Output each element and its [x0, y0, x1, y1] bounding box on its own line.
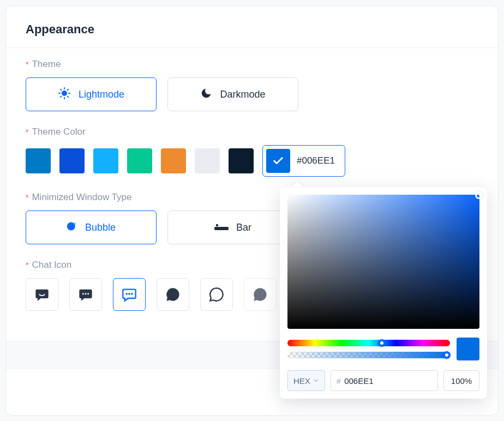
hash-prefix: # [337, 376, 341, 386]
check-icon [266, 149, 290, 173]
chat-icon-option-0[interactable] [26, 278, 58, 311]
theme-option-label: Lightmode [79, 89, 124, 100]
alpha-value: 100% [451, 376, 472, 386]
chat-icon-option-5[interactable] [244, 278, 277, 311]
svg-line-3 [61, 89, 61, 89]
color-picker-popover: HEX # 100% [280, 187, 487, 399]
required-asterisk: * [26, 128, 28, 136]
hue-slider[interactable] [287, 340, 450, 346]
alpha-thumb[interactable] [443, 351, 451, 359]
required-asterisk: * [26, 193, 28, 202]
chat-icon-option-2[interactable] [113, 278, 146, 311]
required-asterisk: * [26, 261, 28, 269]
hue-thumb[interactable] [378, 339, 386, 347]
chat-icon-option-3[interactable] [157, 278, 189, 311]
saturation-cursor[interactable] [475, 191, 483, 199]
hex-input[interactable] [344, 376, 432, 386]
sun-icon [58, 87, 71, 103]
theme-lightmode-button[interactable]: Lightmode [26, 77, 157, 111]
svg-point-18 [131, 293, 132, 294]
minimized-bar-button[interactable]: Bar [167, 211, 298, 244]
theme-color-field: * Theme Color #006EE1 [26, 127, 478, 177]
color-swatch-5[interactable] [195, 148, 220, 173]
section-title: Appearance [26, 22, 478, 37]
svg-rect-11 [214, 227, 229, 230]
minimized-option-label: Bar [236, 222, 251, 233]
theme-option-label: Darkmode [220, 89, 265, 100]
swatch-row: #006EE1 [26, 145, 478, 177]
custom-color-hex: #006EE1 [297, 155, 335, 166]
theme-darkmode-button[interactable]: Darkmode [167, 77, 298, 111]
color-swatch-3[interactable] [127, 148, 152, 173]
svg-point-14 [85, 293, 86, 294]
moon-icon [200, 87, 212, 102]
minimized-option-label: Bubble [85, 222, 116, 233]
required-asterisk: * [26, 60, 28, 69]
theme-label: * Theme [26, 59, 478, 70]
custom-color-button[interactable]: #006EE1 [262, 145, 345, 177]
svg-line-4 [68, 96, 68, 97]
format-value: HEX [293, 376, 310, 386]
color-swatch-2[interactable] [93, 148, 118, 173]
picker-input-row: HEX # 100% [287, 370, 479, 391]
svg-line-7 [61, 96, 61, 97]
appearance-panel: Appearance * Theme Lightmode [5, 5, 499, 416]
alpha-slider[interactable] [287, 352, 450, 358]
svg-point-15 [87, 293, 89, 294]
minimized-bubble-button[interactable]: Bubble [26, 211, 157, 244]
svg-point-0 [62, 91, 67, 96]
color-swatch-0[interactable] [26, 148, 51, 173]
sliders-wrap [287, 340, 450, 358]
color-swatch-1[interactable] [59, 148, 85, 173]
format-select[interactable]: HEX [287, 370, 325, 391]
chat-icon-option-4[interactable] [200, 278, 233, 311]
theme-options: Lightmode Darkmode [26, 77, 478, 111]
hex-input-wrap[interactable]: # [331, 370, 438, 391]
saturation-panel[interactable] [287, 195, 479, 329]
alpha-input[interactable]: 100% [443, 370, 479, 391]
section-header: Appearance [6, 6, 498, 48]
color-preview [457, 338, 479, 360]
theme-field: * Theme Lightmode Darkmode [26, 59, 478, 111]
svg-rect-12 [216, 224, 218, 226]
chevron-down-icon [313, 376, 319, 386]
svg-point-13 [82, 293, 84, 294]
color-swatch-6[interactable] [229, 148, 254, 173]
svg-point-17 [129, 293, 129, 294]
slider-row [287, 338, 479, 360]
bubble-icon [67, 221, 77, 234]
svg-point-16 [127, 293, 127, 294]
bar-icon [214, 222, 229, 233]
theme-color-label: * Theme Color [26, 127, 478, 137]
chat-icon-option-1[interactable] [69, 278, 102, 311]
svg-point-10 [73, 222, 76, 225]
color-swatch-4[interactable] [161, 148, 186, 173]
svg-line-8 [68, 89, 68, 89]
